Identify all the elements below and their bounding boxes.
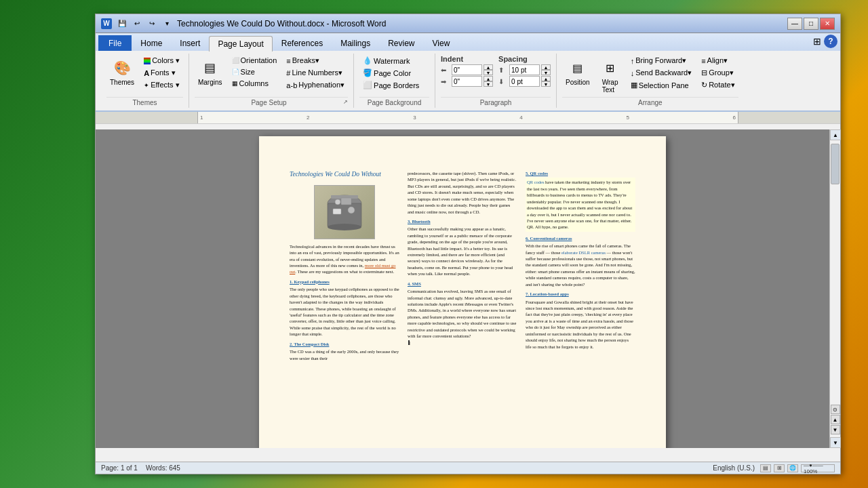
tab-mailings[interactable]: Mailings: [332, 35, 379, 51]
spacing-after-input[interactable]: 0 pt: [509, 76, 540, 87]
doc-image: [314, 185, 375, 239]
size-icon: 📄: [232, 68, 239, 75]
tab-file[interactable]: File: [98, 35, 132, 51]
page-color-btn[interactable]: 🪣 Page Color: [359, 67, 422, 79]
watermark-icon: 💧: [363, 56, 372, 65]
spacing-before-up[interactable]: ▲: [541, 64, 551, 70]
themes-btn[interactable]: 🎨 Themes: [106, 55, 138, 88]
breaks-icon: ≡: [286, 57, 290, 65]
themes-group-content: 🎨 Themes Colors ▾ A Fonts ▾ ✦ Effects ▾: [106, 55, 183, 96]
scroll-up-btn[interactable]: ▲: [830, 129, 841, 140]
doc-col-3: 5. QR codes QR codes have taken the mark…: [526, 170, 635, 361]
line-numbers-btn[interactable]: # Line Numbers▾: [283, 67, 348, 79]
spacing-before-label: ⬆: [498, 66, 508, 74]
qa-dropdown-btn[interactable]: ▾: [161, 18, 173, 30]
doc-heading-4: 4. SMS: [408, 281, 517, 287]
next-page-btn[interactable]: ▼: [831, 425, 840, 434]
indent-right-up[interactable]: ▲: [484, 76, 493, 81]
effects-btn[interactable]: ✦ Effects ▾: [140, 79, 183, 91]
page-setup-col1: ⬜ Orientation 📄 Size ▦ Columns: [229, 55, 281, 89]
view-print-btn[interactable]: ▤: [760, 464, 771, 472]
page-bg-label: Page Background: [359, 97, 429, 106]
indent-right-down[interactable]: ▼: [484, 81, 493, 87]
doc-heading-3: 3. Bluetooth: [408, 218, 517, 224]
breaks-btn[interactable]: ≡ Breaks▾: [283, 55, 348, 66]
arrange-group: ▤ Position ⊞ WrapText ↑ Bring Forward▾ ↓…: [557, 54, 744, 108]
spacing-before-down[interactable]: ▼: [541, 70, 551, 75]
svg-point-4: [335, 199, 340, 205]
document-page[interactable]: Technologies We Could Do Without: [259, 136, 666, 448]
rotate-btn[interactable]: ↻ Rotate▾: [698, 79, 738, 91]
ribbon-tabs: File Home Insert Page Layout References …: [96, 33, 840, 51]
hyphenation-btn[interactable]: a-b Hyphenation▾: [283, 79, 348, 91]
group-btn[interactable]: ⊟ Group▾: [698, 67, 738, 79]
align-icon: ≡: [701, 57, 705, 65]
vertical-scrollbar[interactable]: ▲ ▼ ⊙ ▲ ▼: [829, 129, 840, 448]
document-area[interactable]: Technologies We Could Do Without: [96, 129, 829, 448]
tab-review[interactable]: Review: [379, 35, 423, 51]
undo-quick-btn[interactable]: ↩: [131, 18, 143, 30]
spacing-after-up[interactable]: ▲: [541, 76, 551, 81]
tab-page-layout[interactable]: Page Layout: [209, 36, 272, 52]
columns-btn[interactable]: ▦ Columns: [229, 78, 281, 89]
indent-left-down[interactable]: ▼: [484, 70, 493, 75]
wrap-text-btn[interactable]: ⊞ WrapText: [596, 55, 625, 96]
arrange-col1: ↑ Bring Forward▾ ↓ Send Backward▾ ▦ Sele…: [627, 55, 696, 91]
language-info: English (U.S.): [713, 464, 755, 472]
svg-rect-5: [341, 198, 351, 205]
close-btn[interactable]: ✕: [820, 18, 835, 30]
size-btn[interactable]: 📄 Size: [229, 66, 281, 77]
scrollbar-thumb[interactable]: [831, 144, 840, 184]
view-full-btn[interactable]: ⊞: [774, 464, 785, 472]
paragraph-group: Indent ⬅ 0" ▲ ▼ ➡ 0": [435, 54, 557, 108]
colors-btn[interactable]: Colors ▾: [140, 55, 183, 66]
orientation-btn[interactable]: ⬜ Orientation: [229, 55, 281, 66]
arrange-col2: ≡ Align▾ ⊟ Group▾ ↻ Rotate▾: [698, 55, 738, 91]
indent-left-up[interactable]: ▲: [484, 64, 493, 70]
margins-label: Margins: [198, 79, 222, 86]
position-label: Position: [566, 79, 590, 86]
tab-home[interactable]: Home: [132, 35, 171, 51]
bring-forward-btn[interactable]: ↑ Bring Forward▾: [627, 55, 696, 66]
bring-forward-icon: ↑: [631, 57, 635, 65]
spacing-before-input[interactable]: 10 pt: [509, 64, 540, 75]
ribbon-collapse-btn[interactable]: ⊞: [813, 36, 821, 47]
view-web-btn[interactable]: 🌐: [787, 464, 798, 472]
align-btn[interactable]: ≡ Align▾: [698, 55, 738, 66]
indent-spacing: Indent ⬅ 0" ▲ ▼ ➡ 0": [441, 55, 551, 87]
minimize-btn[interactable]: —: [787, 18, 802, 30]
doc-text-2: The CD was a thing of the early 2000s, a…: [290, 348, 399, 361]
prev-page-btn[interactable]: ▲: [831, 415, 840, 424]
doc-title: Technologies We Could Do Without: [290, 170, 399, 180]
zoom-slider[interactable]: —●—— 100%: [801, 464, 835, 472]
doc-text-3: Other than successfully making you appea…: [408, 226, 517, 277]
arrange-content: ▤ Position ⊞ WrapText ↑ Bring Forward▾ ↓…: [562, 55, 738, 96]
page-color-icon: 🪣: [363, 68, 372, 77]
help-btn[interactable]: ?: [824, 35, 837, 48]
fonts-btn[interactable]: A Fonts ▾: [140, 67, 183, 79]
scrollbar-track[interactable]: [830, 140, 840, 437]
tab-references[interactable]: References: [273, 35, 332, 51]
position-btn[interactable]: ▤ Position: [562, 55, 593, 88]
tab-insert[interactable]: Insert: [171, 35, 209, 51]
maximize-btn[interactable]: □: [804, 18, 818, 30]
margins-btn[interactable]: ▤ Margins: [195, 55, 226, 88]
indent-right-input[interactable]: 0": [452, 76, 482, 87]
send-backward-btn[interactable]: ↓ Send Backward▾: [627, 67, 696, 79]
themes-group: 🎨 Themes Colors ▾ A Fonts ▾ ✦ Effects ▾ …: [101, 54, 189, 108]
tab-view[interactable]: View: [424, 35, 459, 51]
page-borders-btn[interactable]: ⬜ Page Borders: [359, 79, 422, 91]
svg-point-6: [348, 207, 355, 214]
paragraph-label: Paragraph: [441, 97, 551, 106]
page-setup-expand-btn[interactable]: ↗: [343, 99, 348, 105]
select-browse-btn[interactable]: ⊙: [831, 405, 840, 414]
spacing-after-down[interactable]: ▼: [541, 81, 551, 87]
page-background-group: 💧 Watermark 🪣 Page Color ⬜ Page Borders …: [354, 54, 435, 108]
redo-quick-btn[interactable]: ↪: [146, 18, 158, 30]
indent-left-input[interactable]: 0": [452, 64, 482, 75]
selection-pane-btn[interactable]: ▦ Selection Pane: [627, 79, 696, 91]
watermark-btn[interactable]: 💧 Watermark: [359, 55, 422, 66]
save-quick-btn[interactable]: 💾: [116, 18, 128, 30]
scroll-down-btn[interactable]: ▼: [830, 437, 841, 448]
title-bar-left: W 💾 ↩ ↪ ▾ Technologies We Could Do Witho…: [101, 18, 386, 30]
